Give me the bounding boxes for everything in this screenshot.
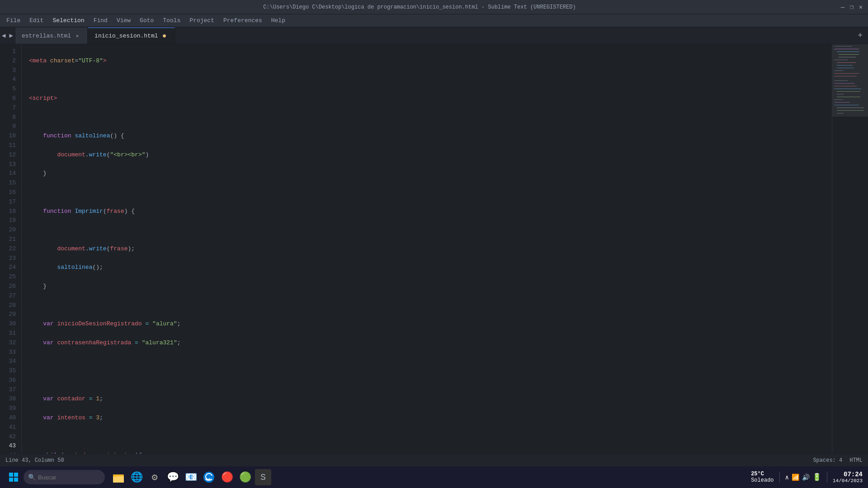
- encoding-info[interactable]: HTML: [849, 457, 863, 464]
- tab-inicio-sesion-label: inicio_sesion.html: [94, 33, 158, 39]
- clock-widget[interactable]: 07:24 14/04/2023: [833, 471, 863, 483]
- line-4: 4: [4, 75, 16, 84]
- status-bar-right: Spaces: 4 HTML: [813, 457, 863, 464]
- line-35: 35: [4, 366, 16, 376]
- svg-rect-28: [14, 478, 18, 482]
- line-38: 38: [4, 394, 16, 404]
- taskbar: 🔍 🌐 ⚙️ 💬 📧 🔴 🟢 S: [0, 466, 868, 488]
- maximize-button[interactable]: ❐: [848, 4, 855, 11]
- weather-widget: 25°C Soleado: [751, 471, 774, 483]
- line-6: 6: [4, 94, 16, 103]
- code-line-17: [27, 357, 832, 366]
- line-2: 2: [4, 56, 16, 66]
- tray-network[interactable]: 📶: [792, 474, 799, 481]
- taskbar-icon-app6[interactable]: 🔴: [219, 469, 235, 485]
- taskbar-icon-app4[interactable]: 📧: [183, 469, 199, 485]
- code-line-12: saltolinea();: [27, 263, 832, 272]
- line-9: 9: [4, 122, 16, 131]
- taskbar-icon-app3[interactable]: 💬: [165, 469, 181, 485]
- menu-project[interactable]: Project: [185, 15, 219, 26]
- line-13: 13: [4, 160, 16, 169]
- svg-rect-27: [9, 478, 13, 482]
- line-7: 7: [4, 103, 16, 113]
- menu-goto[interactable]: Goto: [135, 15, 158, 26]
- tab-nav-next[interactable]: ▶: [7, 27, 14, 44]
- clock-time: 07:24: [833, 471, 863, 478]
- close-button[interactable]: ✕: [857, 4, 864, 11]
- taskbar-separator: [779, 472, 780, 483]
- weather-temp: 25°C: [751, 471, 764, 477]
- line-40: 40: [4, 413, 16, 423]
- start-button[interactable]: [5, 469, 22, 485]
- line-24: 24: [4, 263, 16, 272]
- line-20: 20: [4, 225, 16, 235]
- line-30: 30: [4, 319, 16, 329]
- menu-tools[interactable]: Tools: [158, 15, 185, 26]
- code-line-20: var intentos = 3;: [27, 413, 832, 423]
- line-11: 11: [4, 141, 16, 150]
- menu-bar: File Edit Selection Find View Goto Tools…: [0, 14, 868, 27]
- windows-icon: [9, 472, 19, 482]
- taskbar-icon-app7[interactable]: 🟢: [237, 469, 253, 485]
- tab-estrellas-close[interactable]: ✕: [74, 33, 81, 40]
- line-27: 27: [4, 291, 16, 301]
- sublime-icon: S: [260, 472, 266, 483]
- line-3: 3: [4, 66, 16, 75]
- line-33: 33: [4, 348, 16, 357]
- tab-nav-prev[interactable]: ◀: [0, 27, 7, 44]
- line-16: 16: [4, 188, 16, 197]
- line-25: 25: [4, 272, 16, 282]
- menu-edit[interactable]: Edit: [25, 15, 48, 26]
- cursor-position: Line 43, Column 50: [5, 457, 64, 464]
- editor-container: 1 2 3 4 5 6 7 8 9 10 11 12 13 14 15 16 1…: [0, 44, 868, 454]
- spaces-info[interactable]: Spaces: 4: [813, 457, 842, 464]
- code-line-19: var contador = 1;: [27, 394, 832, 404]
- code-line-8: [27, 188, 832, 197]
- tab-inicio-sesion-close[interactable]: ●: [161, 33, 168, 40]
- minimize-button[interactable]: —: [839, 4, 846, 11]
- browser1-icon: 🌐: [131, 471, 143, 483]
- code-line-3: <script>: [27, 94, 832, 103]
- line-36: 36: [4, 376, 16, 385]
- taskbar-icon-sublime[interactable]: S: [255, 469, 271, 485]
- tray-sound[interactable]: 🔊: [802, 474, 810, 481]
- line-44: 44: [4, 451, 16, 454]
- tab-estrellas[interactable]: estrellas.html ✕: [15, 28, 88, 44]
- tab-inicio-sesion[interactable]: inicio_sesion.html ●: [88, 28, 175, 44]
- menu-help[interactable]: Help: [267, 15, 290, 26]
- code-line-4: [27, 113, 832, 122]
- line-26: 26: [4, 282, 16, 291]
- code-line-5: function saltolinea() {: [27, 131, 832, 141]
- code-line-14: [27, 301, 832, 310]
- search-input[interactable]: [24, 470, 105, 484]
- tray-chevron[interactable]: ∧: [785, 474, 789, 481]
- line-32: 32: [4, 338, 16, 348]
- menu-preferences[interactable]: Preferences: [219, 15, 267, 26]
- line-29: 29: [4, 310, 16, 319]
- search-icon: 🔍: [28, 474, 36, 481]
- app3-icon: 💬: [167, 471, 179, 483]
- menu-selection[interactable]: Selection: [48, 15, 89, 26]
- svg-rect-30: [113, 476, 124, 483]
- app2-icon: ⚙️: [151, 471, 157, 483]
- taskbar-icon-app2[interactable]: ⚙️: [146, 469, 163, 485]
- menu-find[interactable]: Find: [89, 15, 112, 26]
- svg-rect-31: [113, 474, 118, 477]
- tray-battery[interactable]: 🔋: [812, 473, 821, 482]
- line-39: 39: [4, 404, 16, 413]
- code-line-16: var contrasenhaRegistrada = "alura321";: [27, 338, 832, 348]
- edge-icon: [203, 471, 215, 483]
- taskbar-right: 25°C Soleado ∧ 📶 🔊 🔋 07:24 14/04/2023: [751, 471, 863, 483]
- line-31: 31: [4, 329, 16, 338]
- new-tab-button[interactable]: +: [852, 27, 868, 44]
- line-19: 19: [4, 216, 16, 225]
- taskbar-icon-browser1[interactable]: 🌐: [128, 469, 145, 485]
- title-bar: C:\Users\Diego C\Desktop\logica de progr…: [0, 0, 868, 14]
- taskbar-icon-app5[interactable]: [201, 469, 217, 485]
- taskbar-icon-explorer[interactable]: [110, 469, 127, 485]
- code-editor[interactable]: <meta charset="UTF-8"> <script> function…: [22, 44, 832, 454]
- menu-view[interactable]: View: [112, 15, 135, 26]
- menu-file[interactable]: File: [2, 15, 25, 26]
- line-14: 14: [4, 169, 16, 178]
- code-line-2: [27, 75, 832, 84]
